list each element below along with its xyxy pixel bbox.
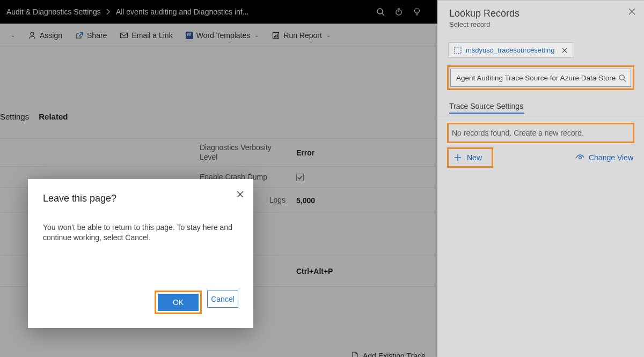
divider xyxy=(437,116,644,116)
empty-results-message: No records found. Create a new record. xyxy=(450,125,632,140)
chip-remove-icon[interactable] xyxy=(562,48,567,53)
lookup-panel: Lookup Records Select record msdyusd_tra… xyxy=(437,0,644,357)
section-underline xyxy=(449,113,524,114)
cancel-button[interactable]: Cancel xyxy=(207,291,238,308)
results-section-title: Trace Source Settings xyxy=(449,102,632,110)
selected-entity-chip-row: msdyusd_tracesourcesetting xyxy=(448,42,633,58)
search-icon[interactable] xyxy=(618,74,626,82)
lookup-subtitle: Select record xyxy=(449,20,632,28)
eye-icon xyxy=(576,154,584,161)
entity-chip-label: msdyusd_tracesourcesetting xyxy=(466,46,554,54)
ok-button[interactable]: OK xyxy=(158,294,199,311)
lookup-header: Lookup Records Select record xyxy=(437,1,644,32)
empty-message-highlight: No records found. Create a new record. xyxy=(447,123,634,143)
lookup-actions: New Change View xyxy=(447,147,634,168)
close-icon[interactable] xyxy=(237,191,244,198)
entity-chip[interactable]: msdyusd_tracesourcesetting xyxy=(448,42,573,58)
dialog-buttons: OK Cancel xyxy=(43,291,238,314)
change-view-button[interactable]: Change View xyxy=(576,153,634,162)
search-input[interactable] xyxy=(456,74,618,82)
new-label: New xyxy=(467,153,482,162)
svg-rect-18 xyxy=(455,47,461,54)
svg-point-21 xyxy=(619,75,624,79)
dialog-body: You won't be able to return to this page… xyxy=(43,222,236,243)
entity-icon xyxy=(454,47,462,54)
new-button-highlight: New xyxy=(447,147,493,168)
dialog-title: Leave this page? xyxy=(43,193,238,204)
change-view-label: Change View xyxy=(589,153,633,162)
plus-icon xyxy=(454,154,462,161)
svg-point-25 xyxy=(579,157,582,159)
leave-page-dialog: Leave this page? You won't be able to re… xyxy=(28,179,253,328)
svg-line-22 xyxy=(624,79,626,81)
search-box[interactable] xyxy=(450,69,631,87)
close-icon[interactable] xyxy=(628,8,635,15)
search-highlight xyxy=(447,65,634,90)
lookup-title: Lookup Records xyxy=(449,8,632,19)
new-button[interactable]: New xyxy=(450,150,491,165)
